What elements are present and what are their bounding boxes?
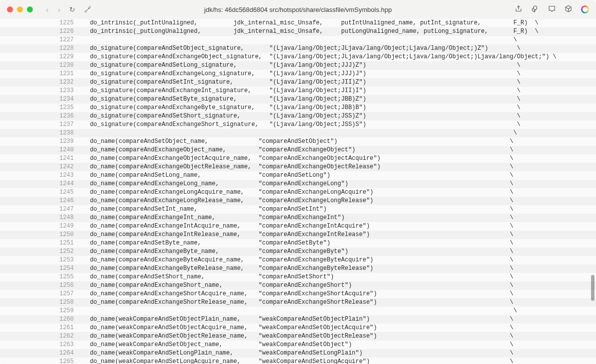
line-number: 1231 — [0, 70, 80, 78]
chat-icon[interactable] — [531, 5, 539, 14]
code-text[interactable]: do_name(compareAndExchangeLong_name, "co… — [80, 180, 596, 188]
code-text[interactable]: \ — [80, 307, 596, 315]
code-text[interactable]: do_name(compareAndSetObject_name, "compa… — [80, 137, 596, 146]
code-text[interactable]: do_name(compareAndExchangeIntAcquire_nam… — [80, 222, 596, 231]
share-icon[interactable] — [515, 5, 522, 14]
link-icon[interactable]: 🔗︎ — [84, 5, 91, 13]
code-text[interactable]: do_name(weakCompareAndSetLongAcquire_nam… — [80, 358, 596, 364]
code-row: 1255 do_name(compareAndSetShort_name, "c… — [0, 273, 596, 281]
code-row: 1247 do_name(compareAndSetInt_name, "com… — [0, 205, 596, 214]
line-number: 1227 — [0, 36, 80, 44]
line-number: 1241 — [0, 154, 80, 163]
line-number: 1249 — [0, 222, 80, 231]
code-row: 1235 do_signature(compareAndExchangeByte… — [0, 104, 596, 112]
code-text[interactable]: do_signature(compareAndSetInt_signature,… — [80, 78, 596, 87]
line-number: 1226 — [0, 27, 80, 36]
code-row: 1262 do_name(weakCompareAndSetObjectRele… — [0, 332, 596, 341]
code-text[interactable]: do_name(compareAndExchangeObjectRelease_… — [80, 163, 596, 171]
code-row: 1248 do_name(compareAndExchangeInt_name,… — [0, 214, 596, 222]
forward-button[interactable]: › — [58, 5, 61, 14]
code-text[interactable]: do_name(compareAndSetByte_name, "compare… — [80, 239, 596, 247]
maximize-button[interactable] — [27, 6, 33, 12]
code-row: 1259 \ — [0, 307, 596, 315]
code-row: 1234 do_signature(compareAndSetByte_sign… — [0, 95, 596, 104]
code-row: 1230 do_signature(compareAndSetLong_sign… — [0, 61, 596, 70]
code-text[interactable]: do_name(weakCompareAndSetObjectAcquire_n… — [80, 324, 596, 332]
code-text[interactable]: do_name(weakCompareAndSetObjectPlain_nam… — [80, 315, 596, 324]
reload-icon[interactable]: ↻ — [69, 5, 75, 13]
code-text[interactable]: do_name(compareAndExchangeShortAcquire_n… — [80, 290, 596, 298]
close-button[interactable] — [7, 6, 13, 12]
line-number: 1235 — [0, 104, 80, 112]
code-text[interactable]: do_signature(compareAndExchangeShort_sig… — [80, 121, 596, 129]
code-row: 1256 do_name(compareAndExchangeShort_nam… — [0, 281, 596, 290]
profile-icon[interactable] — [581, 5, 589, 13]
code-row: 1250 do_name(compareAndExchangeIntReleas… — [0, 231, 596, 239]
line-number: 1262 — [0, 332, 80, 341]
code-text[interactable]: \ — [80, 36, 596, 44]
minimize-button[interactable] — [17, 6, 23, 12]
code-text[interactable]: do_name(compareAndExchangeByteAcquire_na… — [80, 256, 596, 264]
code-row: 1237 do_signature(compareAndExchangeShor… — [0, 121, 596, 129]
code-row: 1253 do_name(compareAndExchangeByteAcqui… — [0, 256, 596, 264]
line-number: 1253 — [0, 256, 80, 264]
line-number: 1239 — [0, 137, 80, 146]
code-text[interactable]: do_intrinsic(_putIntUnaligned, jdk_inter… — [80, 19, 596, 27]
line-number: 1254 — [0, 264, 80, 273]
code-text[interactable]: do_name(weakCompareAndSetObject_name, "w… — [80, 341, 596, 349]
code-text[interactable]: do_name(compareAndExchangeLongRelease_na… — [80, 197, 596, 205]
code-text[interactable]: do_name(compareAndExchangeLongAcquire_na… — [80, 188, 596, 197]
line-number: 1247 — [0, 205, 80, 214]
page-title: jdk/hs: 46dc568d6804 src/hotspot/share/c… — [204, 6, 392, 13]
line-number: 1245 — [0, 188, 80, 197]
line-number: 1258 — [0, 298, 80, 307]
line-number: 1238 — [0, 129, 80, 137]
code-row: 1236 do_signature(compareAndSetShort_sig… — [0, 112, 596, 121]
line-number: 1256 — [0, 281, 80, 290]
line-number: 1225 — [0, 19, 80, 27]
code-text[interactable]: do_name(compareAndSetLong_name, "compare… — [80, 171, 596, 180]
code-text[interactable]: do_name(compareAndExchangeObject_name, "… — [80, 146, 596, 154]
code-row: 1257 do_name(compareAndExchangeShortAcqu… — [0, 290, 596, 298]
code-row: 1239 do_name(compareAndSetObject_name, "… — [0, 137, 596, 146]
code-row: 1229 do_signature(compareAndExchangeObje… — [0, 53, 596, 61]
code-text[interactable]: do_name(compareAndExchangeInt_name, "com… — [80, 214, 596, 222]
code-text[interactable]: do_name(weakCompareAndSetLongPlain_name,… — [80, 349, 596, 358]
code-text[interactable]: do_signature(compareAndSetByte_signature… — [80, 95, 596, 104]
code-text[interactable]: do_signature(compareAndExchangeByte_sign… — [80, 104, 596, 112]
code-text[interactable]: do_name(weakCompareAndSetObjectRelease_n… — [80, 332, 596, 341]
code-text[interactable]: do_signature(compareAndSetLong_signature… — [80, 61, 596, 70]
code-text[interactable]: do_name(compareAndSetInt_name, "compareA… — [80, 205, 596, 214]
code-text[interactable]: do_signature(compareAndExchangeObject_si… — [80, 53, 596, 61]
code-row: 1261 do_name(weakCompareAndSetObjectAcqu… — [0, 324, 596, 332]
code-text[interactable]: do_signature(compareAndExchangeInt_signa… — [80, 87, 596, 95]
code-text[interactable]: do_name(compareAndExchangeIntRelease_nam… — [80, 231, 596, 239]
back-button[interactable]: ‹ — [46, 5, 49, 14]
scrollbar-thumb[interactable] — [591, 275, 595, 301]
line-number: 1251 — [0, 239, 80, 247]
line-number: 1261 — [0, 324, 80, 332]
line-number: 1244 — [0, 180, 80, 188]
code-text[interactable]: do_name(compareAndExchangeByteRelease_na… — [80, 264, 596, 273]
package-icon[interactable] — [565, 5, 572, 14]
comment-icon[interactable] — [548, 5, 556, 14]
code-text[interactable]: do_name(compareAndExchangeObjectAcquire_… — [80, 154, 596, 163]
line-number: 1240 — [0, 146, 80, 154]
code-text[interactable]: do_name(compareAndExchangeByte_name, "co… — [80, 247, 596, 256]
code-row: 1260 do_name(weakCompareAndSetObjectPlai… — [0, 315, 596, 324]
code-text[interactable]: do_signature(compareAndSetObject_signatu… — [80, 44, 596, 53]
code-text[interactable]: do_name(compareAndSetShort_name, "compar… — [80, 273, 596, 281]
code-row: 1263 do_name(weakCompareAndSetObject_nam… — [0, 341, 596, 349]
code-row: 1225 do_intrinsic(_putIntUnaligned, jdk_… — [0, 19, 596, 27]
line-number: 1243 — [0, 171, 80, 180]
code-text[interactable]: \ — [80, 129, 596, 137]
code-text[interactable]: do_name(compareAndExchangeShortRelease_n… — [80, 298, 596, 307]
code-row: 1238 \ — [0, 129, 596, 137]
code-text[interactable]: do_signature(compareAndExchangeLong_sign… — [80, 70, 596, 78]
code-row: 1244 do_name(compareAndExchangeLong_name… — [0, 180, 596, 188]
line-number: 1265 — [0, 358, 80, 364]
code-text[interactable]: do_name(compareAndExchangeShort_name, "c… — [80, 281, 596, 290]
code-row: 1246 do_name(compareAndExchangeLongRelea… — [0, 197, 596, 205]
code-text[interactable]: do_intrinsic(_putLongUnaligned, jdk_inte… — [80, 27, 596, 36]
code-text[interactable]: do_signature(compareAndSetShort_signatur… — [80, 112, 596, 121]
